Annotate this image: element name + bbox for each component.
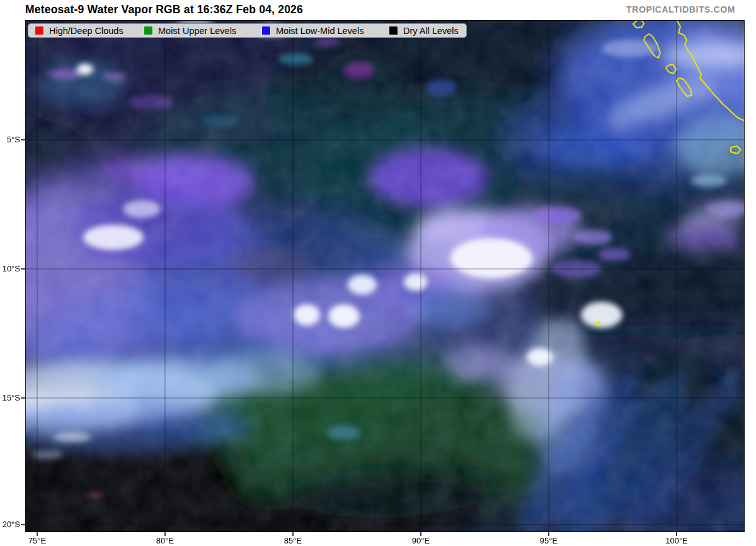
watermark-tropicaltidbits: TROPICALTIDBITS.COM — [626, 4, 735, 14]
lon-tick-label: 75°E — [20, 536, 55, 545]
legend-swatch — [144, 26, 152, 35]
lat-tick-label: 5°S — [0, 135, 20, 144]
legend-item-label: High/Deep Clouds — [49, 26, 123, 36]
lat-axis-labels: 5°S10°S15°S20°S — [0, 20, 25, 532]
lon-tick-label: 95°E — [531, 536, 566, 545]
lat-tick-label: 20°S — [0, 520, 20, 529]
lon-tick-label: 80°E — [147, 536, 183, 545]
legend-swatch — [262, 26, 270, 35]
legend-item: Moist Low-Mid Levels — [262, 24, 364, 37]
legend-item-label: Moist Low-Mid Levels — [276, 26, 364, 36]
lon-axis-labels: 75°E80°E85°E90°E95°E100°E — [25, 535, 745, 546]
satellite-map — [25, 20, 745, 532]
lon-tick-label: 100°E — [659, 536, 694, 545]
legend-item: High/Deep Clouds — [35, 24, 123, 37]
satellite-imagery-svg — [25, 20, 745, 532]
legend-item-label: Dry All Levels — [403, 26, 459, 36]
imagery-layers — [0, 8, 756, 546]
legend-item: Dry All Levels — [389, 24, 459, 37]
page-title: Meteosat-9 Water Vapor RGB at 16:36Z Feb… — [25, 3, 303, 16]
lat-tick-label: 10°S — [0, 264, 20, 273]
lon-tick-label: 90°E — [403, 536, 438, 545]
legend-bar: High/Deep CloudsMoist Upper LevelsMoist … — [28, 23, 467, 38]
lat-tick-label: 15°S — [0, 393, 20, 402]
lon-tick-label: 85°E — [275, 536, 311, 545]
legend-swatch — [389, 26, 398, 35]
page: Meteosat-9 Water Vapor RGB at 16:36Z Feb… — [0, 0, 756, 546]
legend-item: Moist Upper Levels — [144, 24, 236, 37]
legend-item-label: Moist Upper Levels — [158, 26, 236, 36]
legend-swatch — [35, 26, 43, 35]
